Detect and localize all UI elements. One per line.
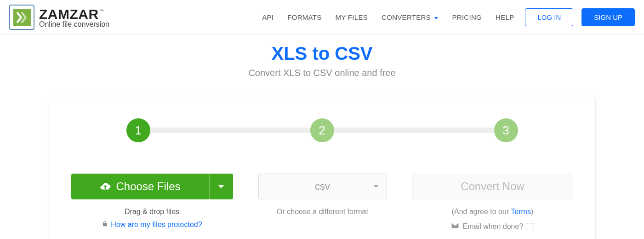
- chevron-down-icon: [374, 185, 378, 188]
- chevrons-right-icon: [15, 10, 29, 25]
- choose-files-button[interactable]: Choose Files: [71, 174, 209, 199]
- terms-row: (And agree to our Terms): [412, 208, 573, 216]
- brand-name: ZAMZAR: [39, 6, 99, 22]
- logo-area[interactable]: ZAMZAR™ Online file conversion: [9, 5, 109, 30]
- cloud-upload-icon: [99, 181, 111, 192]
- choose-files-label: Choose Files: [116, 180, 180, 193]
- step-3-badge: 3: [494, 118, 518, 142]
- choose-files-dropdown-button[interactable]: [209, 174, 233, 199]
- signup-button[interactable]: SIGN UP: [581, 8, 635, 26]
- format-hint: Or choose a different format: [247, 208, 399, 216]
- format-select-value: csv: [315, 181, 330, 192]
- drag-drop-hint: Drag & drop files: [71, 208, 233, 216]
- step-2-col: csv Or choose a different format: [247, 174, 399, 231]
- step-1-badge: 1: [126, 118, 150, 142]
- terms-link[interactable]: Terms: [511, 208, 531, 216]
- nav-converters[interactable]: CONVERTERS: [379, 10, 441, 25]
- files-protected-row: How are my files protected?: [71, 221, 233, 229]
- nav-api[interactable]: API: [259, 10, 276, 25]
- email-label: Email when done?: [463, 222, 524, 231]
- lock-icon: [102, 221, 108, 229]
- terms-suffix: ): [531, 208, 533, 216]
- logo-icon: [9, 5, 34, 30]
- nav-myfiles[interactable]: MY FILES: [333, 10, 370, 25]
- page-title: XLS to CSV: [0, 43, 644, 64]
- page-subtitle: Convert XLS to CSV online and free: [0, 68, 644, 78]
- navbar: ZAMZAR™ Online file conversion API FORMA…: [0, 0, 644, 35]
- email-row: Email when done?: [412, 222, 573, 231]
- convert-now-label: Convert Now: [461, 180, 524, 193]
- step-1-col: Choose Files Drag & drop files How are m…: [71, 174, 233, 231]
- files-protected-link[interactable]: How are my files protected?: [111, 221, 202, 229]
- terms-prefix: (And agree to our: [452, 208, 511, 216]
- login-button[interactable]: LOG IN: [525, 8, 573, 26]
- convert-now-button[interactable]: Convert Now: [412, 174, 573, 199]
- email-checkbox[interactable]: [527, 223, 534, 230]
- nav-formats[interactable]: FORMATS: [285, 10, 324, 25]
- nav-pricing[interactable]: PRICING: [449, 10, 484, 25]
- step-3-col: Convert Now (And agree to our Terms) Ema…: [412, 174, 573, 231]
- step-2-badge: 2: [310, 118, 334, 142]
- chevron-down-icon: [434, 17, 438, 19]
- logo-text: ZAMZAR™ Online file conversion: [39, 6, 109, 29]
- mail-icon: [451, 222, 459, 231]
- trademark-icon: ™: [100, 9, 104, 13]
- actions-row: Choose Files Drag & drop files How are m…: [71, 174, 573, 231]
- nav-converters-label: CONVERTERS: [382, 13, 431, 21]
- nav-help[interactable]: HELP: [493, 10, 517, 25]
- converter-card: 1 2 3 Choose Files Drag & drop files: [49, 97, 596, 239]
- nav-right: API FORMATS MY FILES CONVERTERS PRICING …: [259, 8, 635, 26]
- format-select[interactable]: csv: [258, 174, 387, 199]
- steps-row: 1 2 3: [126, 118, 518, 142]
- chevron-down-icon: [218, 185, 224, 188]
